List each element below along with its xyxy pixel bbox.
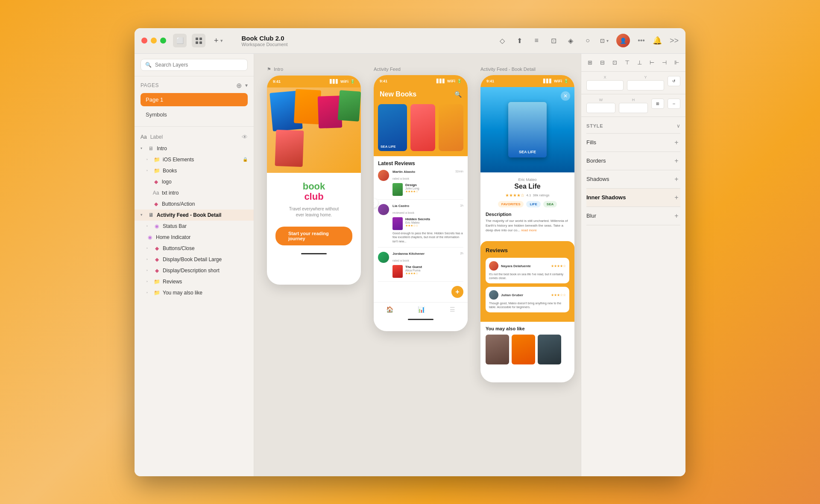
align-center-h-icon[interactable]: ⊥ bbox=[635, 57, 644, 68]
x-label: X bbox=[586, 75, 624, 79]
close-button[interactable] bbox=[141, 38, 147, 44]
tab-chart-icon[interactable]: 📊 bbox=[418, 306, 425, 313]
inner-shadows-label: Inner Shadows bbox=[586, 194, 626, 201]
bell-icon[interactable]: 🔔 bbox=[653, 36, 662, 45]
ios-chevron-icon: › bbox=[146, 157, 151, 161]
search-input[interactable] bbox=[155, 62, 243, 68]
intro-tagline: Travel everywhere without ever leaving h… bbox=[289, 206, 339, 218]
y-value[interactable] bbox=[627, 80, 664, 90]
you-may-book-2[interactable] bbox=[512, 335, 535, 364]
align-left-icon[interactable]: ⊞ bbox=[586, 57, 594, 68]
layer-buttons-close[interactable]: › ◆ Buttons/Close bbox=[135, 243, 254, 254]
featured-book-2[interactable] bbox=[410, 104, 435, 151]
detail-phone[interactable]: 9:41 ▋▋▋ WiFi 🔋 SEA LIFE ✕ bbox=[480, 75, 574, 382]
rc-stars-2: ★★★☆☆ bbox=[551, 293, 566, 297]
layer-display-book-detail[interactable]: › ◆ Display/Book Detail Large bbox=[135, 254, 254, 265]
review-book-row-1: Design John Long ★★★★☆ bbox=[392, 183, 463, 196]
blur-add-button[interactable]: + bbox=[673, 212, 680, 220]
latest-reviews-title: Latest Reviews bbox=[378, 160, 463, 166]
layer-logo[interactable]: ◆ logo bbox=[135, 176, 254, 187]
add-button[interactable]: + ▾ bbox=[214, 36, 223, 45]
detail-close-button[interactable]: ✕ bbox=[561, 91, 570, 101]
layer-group-book-detail[interactable]: ▾ 🖥 Activity Feed - Book Detail bbox=[135, 210, 254, 221]
layer-txt-intro[interactable]: Aa txt intro bbox=[135, 187, 254, 198]
doc-title: Book Club 2.0 bbox=[242, 35, 288, 42]
layer-you-may[interactable]: › 📁 You may also like bbox=[135, 287, 254, 298]
resize-tool[interactable]: ⊡ ▾ bbox=[600, 38, 609, 44]
you-may-book-3[interactable] bbox=[538, 335, 561, 364]
borders-add-button[interactable]: + bbox=[673, 157, 680, 165]
activity-phone[interactable]: ‹ 9:41 ▋▋▋ WiFi 🔋 New Books 🔍 bbox=[374, 75, 468, 331]
minimize-button[interactable] bbox=[151, 38, 157, 44]
fills-add-button[interactable]: + bbox=[673, 139, 680, 146]
fullscreen-button[interactable] bbox=[160, 38, 166, 44]
flip-h-icon[interactable]: ⊣ bbox=[660, 57, 669, 68]
symbols-item[interactable]: Symbols bbox=[141, 108, 248, 121]
buttons-diamond-icon: ◆ bbox=[152, 201, 159, 207]
add-review-fab[interactable]: + bbox=[451, 286, 463, 298]
activity-search-icon[interactable]: 🔍 bbox=[454, 91, 462, 98]
diamond-tool-icon[interactable]: ◇ bbox=[498, 36, 507, 45]
review-item-1: Martin Abasto 32min rated a book Design bbox=[378, 170, 463, 200]
flip-v-icon[interactable]: ⊩ bbox=[672, 57, 681, 68]
inner-shadows-add-button[interactable]: + bbox=[673, 194, 680, 201]
style-chevron-icon[interactable]: ∨ bbox=[676, 123, 680, 129]
align-top-icon[interactable]: ⊤ bbox=[623, 57, 632, 68]
layer-reviews[interactable]: › 📁 Reviews bbox=[135, 276, 254, 287]
label-aa: Aa bbox=[141, 134, 147, 140]
layer-group-intro[interactable]: ▾ 🖥 Intro bbox=[135, 143, 254, 154]
page-1-label: Page 1 bbox=[146, 96, 163, 103]
layer-books[interactable]: › 📁 Books bbox=[135, 165, 254, 176]
x-value[interactable] bbox=[586, 80, 624, 90]
detail-battery-icon: 🔋 bbox=[564, 79, 568, 83]
y-label: Y bbox=[627, 75, 664, 79]
activity-status-bar: 9:41 ▋▋▋ WiFi 🔋 bbox=[374, 75, 468, 87]
pages-chevron-icon[interactable]: ▾ bbox=[245, 82, 248, 88]
align-bottom-icon[interactable]: ⊢ bbox=[647, 57, 656, 68]
tab-home-icon[interactable]: 🏠 bbox=[386, 306, 393, 313]
expand-icon[interactable]: >> bbox=[670, 36, 679, 45]
intro-chevron-icon: ▾ bbox=[141, 146, 145, 150]
upload-tool-icon[interactable]: ⬆ bbox=[515, 36, 524, 45]
start-journey-button[interactable]: Start your reading journey bbox=[275, 227, 352, 245]
layer-buttons-action[interactable]: ◆ Buttons/Action bbox=[135, 198, 254, 210]
h-value[interactable] bbox=[619, 103, 648, 113]
activity-header: New Books 🔍 bbox=[374, 87, 468, 104]
rc-name-1: Nayara Delafuente bbox=[501, 264, 531, 268]
featured-book-3[interactable] bbox=[439, 104, 463, 151]
you-may-book-1[interactable] bbox=[486, 335, 509, 364]
reviews-chevron-icon: › bbox=[146, 280, 151, 283]
grid-tool-icon[interactable]: ≡ bbox=[532, 36, 541, 45]
component-tool-icon[interactable]: ◈ bbox=[566, 36, 575, 45]
layer-home-indicator[interactable]: ◉ Home Indicator bbox=[135, 232, 254, 243]
page-1-item[interactable]: Page 1 bbox=[141, 93, 248, 106]
rotation-value[interactable]: ↺ bbox=[668, 76, 680, 86]
layer-ios-elements[interactable]: › 📁 iOS Elements 🔒 bbox=[135, 154, 254, 165]
review-book-title-1: Design bbox=[405, 183, 463, 187]
flip-value[interactable]: ↔ bbox=[668, 99, 680, 109]
reviewer-avatar-2 bbox=[378, 204, 389, 215]
read-more-link[interactable]: read more bbox=[521, 228, 536, 232]
align-center-v-icon[interactable]: ⊟ bbox=[598, 57, 607, 68]
tab-list-icon[interactable]: ☰ bbox=[450, 306, 455, 313]
intro-phone[interactable]: 9:41 ▋▋▋ WiFi 🔋 bbox=[267, 76, 361, 285]
user-avatar[interactable]: 👤 bbox=[616, 34, 630, 47]
mask-tool-icon[interactable]: ○ bbox=[583, 36, 592, 45]
layer-status-bar[interactable]: › ◉ Status Bar bbox=[135, 221, 254, 232]
visibility-icon[interactable]: 👁 bbox=[242, 134, 248, 140]
distribute-h-icon[interactable]: ⊡ bbox=[610, 57, 619, 68]
constraint-value[interactable]: ⊞ bbox=[651, 99, 664, 109]
grid-tool-button[interactable] bbox=[192, 34, 205, 47]
layer-display-description[interactable]: › ◆ Display/Description short bbox=[135, 265, 254, 276]
featured-book-1[interactable]: SEA LIFE bbox=[378, 104, 407, 151]
more-icon[interactable]: ••• bbox=[638, 37, 645, 44]
review-stars-1: ★★★★☆ bbox=[405, 190, 463, 193]
intro-home-indicator bbox=[301, 253, 327, 254]
w-value[interactable] bbox=[586, 103, 615, 113]
crop-tool-icon[interactable]: ⊡ bbox=[549, 36, 558, 45]
shadows-add-button[interactable]: + bbox=[673, 175, 680, 183]
frame-tool-button[interactable]: ⬜ bbox=[173, 34, 187, 47]
detail-book-title: Sea Life bbox=[486, 183, 569, 190]
ios-label: iOS Elements bbox=[163, 157, 194, 163]
add-page-icon[interactable]: ⊕ bbox=[236, 82, 242, 90]
